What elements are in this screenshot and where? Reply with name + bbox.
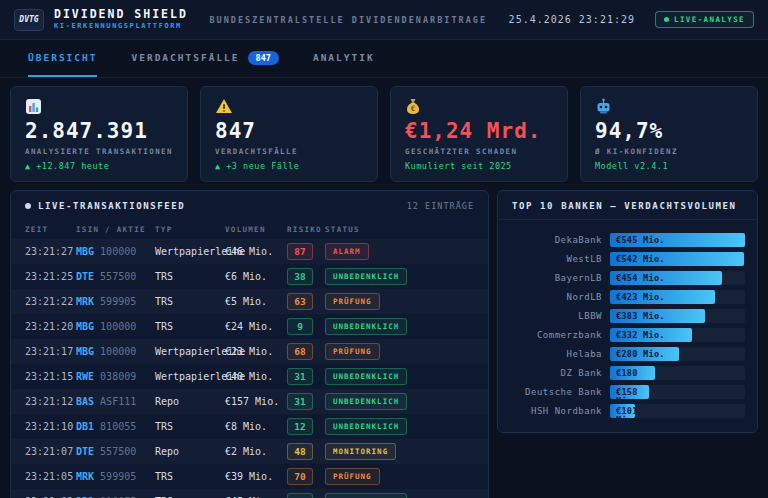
bank-bar[interactable]: €545 Mio. [610,233,745,247]
bank-label: Deutsche Bank [510,387,602,397]
table-body: 23:21:27 MBG 100000 Wertpapierleihe €46 … [11,239,488,498]
isin-code: 599905 [100,471,136,482]
bank-value: €158 Mio. [610,385,644,406]
cell-volume: €40 Mio. [225,371,287,382]
table-row[interactable]: 23:21:07 DTE 557500 Repo €2 Mio. 48 MONI… [11,439,488,464]
bank-value: €542 Mio. [610,252,744,266]
cell-isin: MBG 100000 [76,321,155,332]
kpi-label: Ø KI-KONFIDENZ [595,147,743,156]
banks-title: TOP 10 BANKEN — VERDACHTSVOLUMEN [512,201,743,211]
kpi-value: 847 [215,120,363,143]
table-row[interactable]: 23:21:20 MBG 100000 TRS €24 Mio. 9 UNBED… [11,314,488,339]
cell-type: TRS [155,321,225,332]
live-analysis-badge[interactable]: LIVE-ANALYSE [655,11,754,28]
bank-bar-track: €545 Mio. [610,233,745,247]
kpi-label: GESCHÄTZTER SCHADEN [405,147,553,156]
live-badge-label: LIVE-ANALYSE [674,15,745,24]
main-content: LIVE-TRANSAKTIONSFEED 12 EINTRÄGE ZEIT I… [10,190,758,498]
table-row[interactable]: 23:21:10 DB1 810055 TRS €8 Mio. 12 UNBED… [11,414,488,439]
cell-time: 23:21:07 [25,446,76,457]
bank-label: NordLB [510,292,602,302]
bank-label: DZ Bank [510,368,602,378]
table-row[interactable]: 23:21:17 MBG 100000 Wertpapierleihe €23 … [11,339,488,364]
bank-label: LBBW [510,311,602,321]
isin-code: 557500 [100,271,136,282]
cell-time: 23:21:05 [25,471,76,482]
ticker: DB1 [76,421,94,432]
kpi-card-damage: € €1,24 Mrd. GESCHÄTZTER SCHADEN Kumulie… [390,86,568,182]
bank-bar[interactable]: €101 Mio. [610,404,635,418]
bank-bar-track: €542 Mio. [610,252,745,266]
isin-code: 599905 [100,296,136,307]
col-volumen: VOLUMEN [225,225,287,234]
kpi-delta: ▲ +3 neue Fälle [215,161,363,171]
status-badge: UNBEDENKLICH [325,368,407,385]
bank-value: €280 Mio. [610,347,679,361]
bank-bar[interactable]: €383 Mio. [610,309,705,323]
kpi-row: 2.847.391 ANALYSIERTE TRANSAKTIONEN ▲ +1… [10,86,758,182]
table-row[interactable]: 23:21:22 MRK 599905 TRS €5 Mio. 63 PRÜFU… [11,289,488,314]
bank-row: LBBW €383 Mio. [510,306,745,325]
status-badge: PRÜFUNG [325,468,380,485]
bank-bar[interactable]: €423 Mio. [610,290,715,304]
cell-isin: RWE 038009 [76,371,155,382]
cell-volume: €46 Mio. [225,246,287,257]
bank-bar[interactable]: €280 Mio. [610,347,679,361]
cell-isin: DB1 810055 [76,421,155,432]
bank-label: BayernLB [510,273,602,283]
bar-chart-icon [25,98,42,115]
feed-header: LIVE-TRANSAKTIONSFEED 12 EINTRÄGE [11,191,488,219]
bank-bar[interactable]: €158 Mio. [610,385,649,399]
bank-value: €454 Mio. [610,271,722,285]
col-zeit: ZEIT [25,225,76,234]
risk-score-badge: 48 [287,443,313,460]
status-badge: MONITORING [325,443,396,460]
ticker: MBG [76,246,94,257]
case-count-badge: 847 [248,51,279,65]
bank-bar[interactable]: €542 Mio. [610,252,744,266]
cell-volume: €5 Mio. [225,296,287,307]
status-badge: PRÜFUNG [325,293,380,310]
cell-time: 23:21:25 [25,271,76,282]
table-row[interactable]: 23:21:15 RWE 038009 Wertpapierleihe €40 … [11,364,488,389]
table-row[interactable]: 23:21:12 BAS ASF111 Repo €157 Mio. 31 UN… [11,389,488,414]
risk-score-badge: 70 [287,468,313,485]
table-row[interactable]: 23:21:27 MBG 100000 Wertpapierleihe €46 … [11,239,488,264]
live-dot-icon [664,17,669,22]
bank-label: DekaBank [510,235,602,245]
bank-label: Helaba [510,349,602,359]
kpi-delta: ▲ +12.847 heute [25,161,173,171]
app-titles: DIVIDEND SHIELD KI-ERKENNUNGSPLATTFORM [54,8,188,30]
cell-volume: €39 Mio. [225,471,287,482]
cell-time: 23:21:10 [25,421,76,432]
cell-type: Wertpapierleihe [155,371,225,382]
cell-isin: MBG 100000 [76,346,155,357]
banks-chart: DekaBank €545 Mio. WestLB €542 Mio. Baye… [498,220,757,432]
bank-row: Helaba €280 Mio. [510,344,745,363]
cell-volume: €24 Mio. [225,321,287,332]
col-risiko: RISIKO [287,225,325,234]
tab-analytik[interactable]: ANALYTIK [313,40,375,77]
tab-uebersicht-label: ÜBERSICHT [28,52,97,63]
bank-bar[interactable]: €180 Mio. [610,366,655,380]
bank-bar[interactable]: €454 Mio. [610,271,722,285]
tab-verdachtsfaelle[interactable]: VERDACHTSFÄLLE 847 [131,40,278,77]
bank-row: Deutsche Bank €158 Mio. [510,382,745,401]
table-row[interactable]: 23:21:05 MRK 599905 TRS €39 Mio. 70 PRÜF… [11,464,488,489]
cell-time: 23:21:22 [25,296,76,307]
cell-volume: €6 Mio. [225,271,287,282]
col-isin: ISIN / AKTIE [76,225,155,234]
bank-bar[interactable]: €332 Mio. [610,328,692,342]
bank-row: DekaBank €545 Mio. [510,230,745,249]
risk-score-badge: 63 [287,293,313,310]
tab-uebersicht[interactable]: ÜBERSICHT [28,40,97,77]
cell-volume: €23 Mio. [225,346,287,357]
ticker: MBG [76,321,94,332]
table-row[interactable]: 23:21:02 DB1 810055 TRS €45 Mio. 21 UNBE… [11,489,488,498]
table-row[interactable]: 23:21:25 DTE 557500 TRS €6 Mio. 38 UNBED… [11,264,488,289]
cell-type: TRS [155,421,225,432]
cell-type: TRS [155,296,225,307]
kpi-card-transactions: 2.847.391 ANALYSIERTE TRANSAKTIONEN ▲ +1… [10,86,188,182]
cell-time: 23:21:17 [25,346,76,357]
col-status: STATUS [325,225,474,234]
